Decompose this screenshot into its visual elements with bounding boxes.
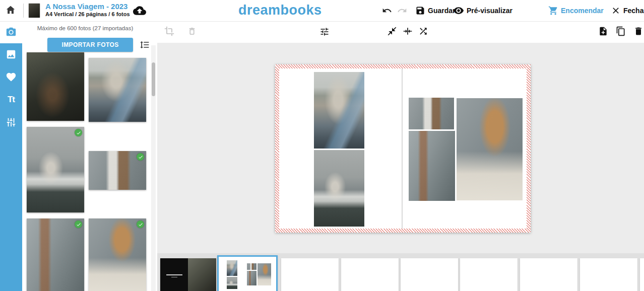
collapse-layout-button[interactable] xyxy=(387,26,397,36)
cover-front-photo xyxy=(188,258,216,291)
sidebar-item-favorites[interactable] xyxy=(0,66,22,88)
check-icon xyxy=(138,222,143,227)
close-icon xyxy=(611,6,621,16)
mini-photo xyxy=(227,260,237,276)
cloud-upload-icon xyxy=(133,4,147,17)
shuffle-icon xyxy=(418,26,428,36)
page-thumb-empty[interactable] xyxy=(281,258,339,291)
photobook-editor: A Nossa Viagem - 2023 A4 Vertical / 26 p… xyxy=(0,0,644,291)
project-title[interactable]: A Nossa Viagem - 2023 xyxy=(45,2,127,11)
redo-icon xyxy=(397,6,407,16)
dreambooks-logo: dreambooks xyxy=(238,3,339,18)
sort-icon xyxy=(140,40,150,50)
background-button[interactable] xyxy=(187,27,197,36)
check-icon xyxy=(76,130,81,135)
close-button[interactable]: Fechar xyxy=(611,0,644,21)
image-icon xyxy=(6,49,17,60)
editor-canvas[interactable] xyxy=(157,43,644,253)
preview-label: Pré-visualizar xyxy=(467,7,512,15)
center-photos-button[interactable] xyxy=(403,26,413,36)
order-label: Encomendar xyxy=(561,7,604,15)
tune-icon xyxy=(319,27,330,37)
spread-pages xyxy=(279,68,527,229)
sidebar-item-text[interactable]: Tt xyxy=(0,89,22,111)
photo-panel-scrollbar[interactable] xyxy=(151,45,156,291)
sidebar-item-layouts[interactable] xyxy=(0,43,22,65)
delete-page-button[interactable] xyxy=(633,26,643,36)
page-thumb-empty[interactable] xyxy=(520,258,577,291)
sidebar-item-photos[interactable] xyxy=(0,21,22,43)
photo-used-badge xyxy=(75,129,82,136)
save-icon xyxy=(415,6,425,16)
add-page-button[interactable] xyxy=(598,26,608,36)
cloud-sync-button[interactable] xyxy=(133,4,147,17)
mini-photo xyxy=(247,271,256,285)
page-photo-couple-standing-marble[interactable] xyxy=(409,98,454,129)
cover-title-line xyxy=(166,274,182,275)
sidebar-item-settings[interactable] xyxy=(0,111,22,133)
camera-icon xyxy=(6,27,17,38)
sort-photos-button[interactable] xyxy=(140,40,150,50)
photo-thumb-woman-with-hat[interactable] xyxy=(89,219,146,291)
close-label: Fechar xyxy=(623,7,644,15)
duplicate-page-button[interactable] xyxy=(616,26,626,36)
eye-icon xyxy=(453,5,464,16)
photo-used-badge xyxy=(137,221,144,228)
page-photo-woman-sitting-on-boat[interactable] xyxy=(314,150,364,227)
import-photos-button[interactable]: IMPORTAR FOTOS xyxy=(47,38,133,52)
redo-button[interactable] xyxy=(397,0,407,21)
crop-button[interactable] xyxy=(164,26,174,36)
add-page-icon xyxy=(598,26,608,36)
photo-used-badge xyxy=(137,153,144,161)
copy-icon xyxy=(616,26,626,36)
scrollbar-thumb[interactable] xyxy=(152,62,155,96)
photo-thumb-couple-under-rock-arch[interactable] xyxy=(27,52,84,121)
check-icon xyxy=(138,155,143,160)
photo-thumb-couple-standing-marble[interactable] xyxy=(89,151,146,190)
page-thumb-empty[interactable] xyxy=(580,258,637,291)
undo-button[interactable] xyxy=(382,0,392,21)
trash-outline-icon xyxy=(187,27,197,36)
page-thumb-empty[interactable] xyxy=(401,258,458,291)
top-bar: A Nossa Viagem - 2023 A4 Vertical / 26 p… xyxy=(0,0,644,22)
shuffle-layout-button[interactable] xyxy=(418,26,428,36)
home-icon xyxy=(5,5,16,16)
photo-thumb-woman-sitting-on-boat[interactable] xyxy=(27,127,84,212)
save-label: Guardar xyxy=(428,7,455,15)
check-icon xyxy=(76,222,81,227)
layout-settings-button[interactable] xyxy=(319,27,330,37)
page-thumb-spread-1-selected[interactable] xyxy=(217,255,278,291)
project-cover-thumbnail[interactable] xyxy=(29,4,40,18)
page-photo-woman-with-hat[interactable] xyxy=(457,98,523,200)
heart-icon xyxy=(6,71,17,83)
page-photo-woman-reaching-from-boat[interactable] xyxy=(314,72,364,149)
home-button[interactable] xyxy=(5,5,17,17)
undo-icon xyxy=(382,6,392,16)
preview-button[interactable]: Pré-visualizar xyxy=(453,0,512,21)
tune-icon xyxy=(6,117,17,128)
crop-icon xyxy=(164,26,174,36)
topbar-divider xyxy=(23,4,24,18)
book-spread[interactable] xyxy=(275,64,531,233)
page-photo-man-leaning-on-rocks[interactable] xyxy=(409,131,455,201)
mini-photo xyxy=(247,263,256,270)
order-button[interactable]: Encomendar xyxy=(548,0,604,21)
photo-limit-label: Máximo de 600 fotos (27 importadas) xyxy=(22,25,148,31)
pages-strip xyxy=(157,253,644,291)
page-thumb-empty[interactable] xyxy=(640,258,644,291)
mini-photo xyxy=(227,277,237,289)
project-subtitle: A4 Vertical / 26 páginas / 6 fotos xyxy=(45,11,130,17)
text-icon: Tt xyxy=(8,95,15,105)
page-thumb-empty[interactable] xyxy=(460,258,518,291)
cover-subtitle-line xyxy=(171,277,177,277)
left-sidebar: Tt xyxy=(0,21,22,291)
save-button[interactable]: Guardar xyxy=(415,0,455,21)
page-seam xyxy=(402,68,403,229)
page-thumb-empty[interactable] xyxy=(341,258,399,291)
photo-thumb-man-leaning-on-rocks[interactable] xyxy=(27,219,84,291)
photo-thumb-woman-reaching-from-boat[interactable] xyxy=(89,58,146,122)
editor-toolbar xyxy=(157,21,644,44)
cover-back xyxy=(160,258,188,291)
page-thumb-cover[interactable] xyxy=(160,258,216,291)
arrows-to-center-icon xyxy=(403,26,413,36)
